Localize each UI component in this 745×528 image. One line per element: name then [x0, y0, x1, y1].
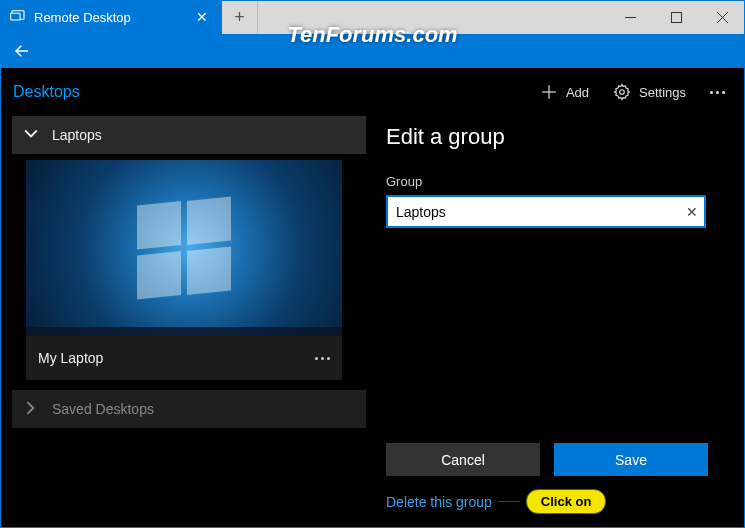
desktop-tile[interactable]: My Laptop [26, 160, 342, 380]
tab-close-button[interactable]: ✕ [196, 9, 208, 25]
desktop-tile-footer: My Laptop [26, 336, 342, 380]
tab-title: Remote Desktop [34, 10, 188, 25]
close-button[interactable] [699, 0, 745, 34]
navigation-bar [0, 34, 745, 68]
desktops-list: Laptops My Laptop Saved Desktops [0, 116, 370, 528]
cancel-button[interactable]: Cancel [386, 443, 540, 476]
delete-row: Delete this group Click on [386, 489, 606, 514]
panel-title: Edit a group [386, 124, 723, 150]
page-title: Desktops [13, 83, 80, 101]
group-header-collapsed[interactable]: Saved Desktops [12, 390, 366, 428]
gear-icon [613, 83, 631, 101]
group-input-wrapper: ✕ [386, 195, 706, 228]
remote-desktop-icon [10, 8, 26, 27]
titlebar-spacer [258, 0, 607, 34]
window-titlebar: Remote Desktop ✕ + [0, 0, 745, 34]
settings-button[interactable]: Settings [603, 72, 696, 112]
desktop-name: My Laptop [38, 350, 103, 366]
delete-group-link[interactable]: Delete this group [386, 494, 492, 510]
chevron-right-icon [24, 401, 38, 418]
annotation-arrow [498, 501, 520, 502]
more-button[interactable] [700, 91, 735, 94]
windows-logo-icon [137, 201, 231, 295]
settings-label: Settings [639, 85, 686, 100]
add-button[interactable]: Add [530, 72, 599, 112]
group-field-label: Group [386, 174, 723, 189]
group-name: Saved Desktops [52, 401, 154, 417]
back-button[interactable] [0, 34, 44, 68]
annotation-callout: Click on [526, 489, 607, 514]
clear-input-button[interactable]: ✕ [686, 204, 698, 220]
group-header-expanded[interactable]: Laptops [12, 116, 366, 154]
desktop-more-button[interactable] [315, 357, 330, 360]
new-tab-button[interactable]: + [222, 0, 258, 34]
svg-rect-1 [11, 13, 20, 20]
minimize-button[interactable] [607, 0, 653, 34]
desktop-thumbnail [26, 160, 342, 336]
app-header: Desktops Add Settings [0, 68, 745, 116]
plus-icon [540, 83, 558, 101]
maximize-button[interactable] [653, 0, 699, 34]
add-label: Add [566, 85, 589, 100]
button-row: Cancel Save [386, 443, 708, 476]
edit-group-panel: Edit a group Group ✕ Cancel Save Delete … [370, 116, 745, 528]
group-name-input[interactable] [386, 195, 706, 228]
app-tab[interactable]: Remote Desktop ✕ [0, 0, 222, 34]
svg-point-9 [620, 90, 625, 95]
content-area: Laptops My Laptop Saved Desktops Edit a … [0, 116, 745, 528]
group-name: Laptops [52, 127, 102, 143]
chevron-down-icon [24, 127, 38, 144]
save-button[interactable]: Save [554, 443, 708, 476]
svg-rect-3 [671, 12, 681, 22]
